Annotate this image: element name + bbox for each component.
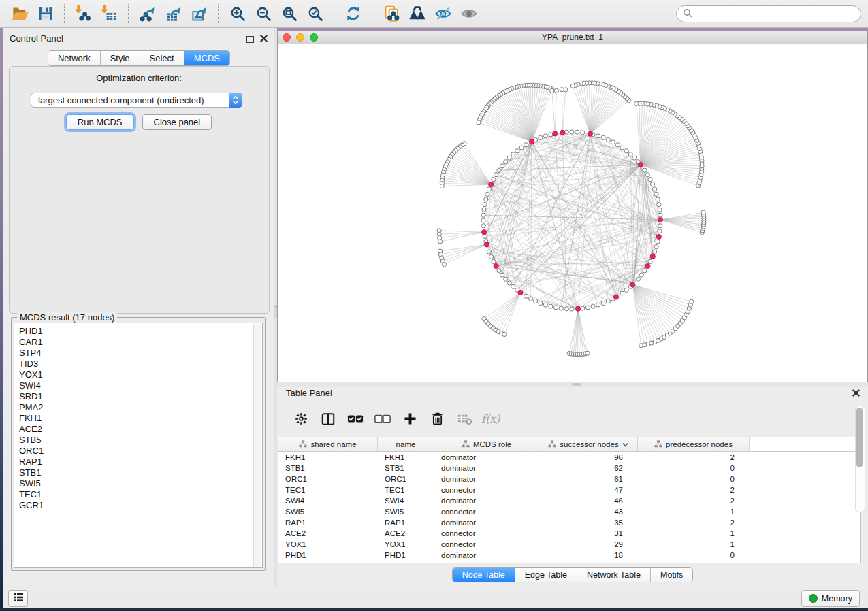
cell-shared-name: SWI5 (278, 508, 378, 516)
zoom-in-button[interactable] (225, 3, 251, 24)
export-image-button[interactable] (187, 3, 212, 24)
mcds-result-item[interactable]: CAR1 (19, 337, 262, 348)
criterion-select[interactable]: largest connected component (undirected) (31, 93, 242, 108)
mcds-result-item[interactable]: SRD1 (19, 391, 262, 402)
float-panel-icon[interactable] (246, 36, 254, 43)
tab-node-table[interactable]: Node Table (453, 568, 515, 582)
mcds-result-item[interactable]: STB5 (19, 435, 262, 446)
table-row[interactable]: TEC1TEC1connector472 (278, 484, 860, 495)
open-file-button[interactable] (7, 3, 33, 24)
table-panel-title: Table Panel (286, 388, 332, 398)
cell-predecessor-nodes: 2 (638, 486, 750, 494)
hide-selected-button[interactable] (430, 3, 456, 24)
table-scrollbar-thumb[interactable] (856, 408, 863, 467)
close-table-panel-icon[interactable] (852, 389, 860, 399)
tab-network-table[interactable]: Network Table (577, 568, 651, 582)
network-window-titlebar[interactable]: YPA_prune.txt_1 (278, 31, 867, 44)
table-row[interactable]: RAP1RAP1dominator352 (278, 517, 860, 528)
delete-column-button[interactable] (425, 408, 449, 431)
refresh-view-button[interactable] (340, 3, 366, 24)
clone-network-button[interactable] (379, 3, 404, 24)
zoom-fit-button[interactable] (276, 3, 302, 24)
import-table-button[interactable] (97, 3, 123, 24)
tab-edge-table[interactable]: Edge Table (515, 568, 577, 582)
save-session-button[interactable] (33, 3, 59, 24)
column-settings-button[interactable] (289, 408, 312, 431)
mcds-result-item[interactable]: TID3 (19, 359, 262, 369)
search-objects-button[interactable] (404, 3, 430, 24)
task-history-button[interactable] (8, 590, 28, 607)
search-icon (683, 8, 692, 20)
column-header-successor-nodes[interactable]: successor nodes (539, 437, 638, 451)
import-network-button[interactable] (71, 3, 97, 24)
tab-motifs[interactable]: Motifs (651, 568, 692, 582)
horizontal-splitter-handle[interactable] (572, 383, 581, 386)
toolbar-separator (128, 4, 129, 23)
select-all-rows-button[interactable] (344, 408, 367, 431)
tab-style[interactable]: Style (101, 51, 140, 65)
mcds-result-item[interactable]: RAP1 (19, 457, 262, 467)
tab-mcds[interactable]: MCDS (184, 51, 229, 65)
network-graph (278, 44, 867, 382)
cell-predecessor-nodes: 2 (638, 518, 750, 527)
export-table-button[interactable] (161, 3, 187, 24)
mcds-result-item[interactable]: PMA2 (19, 402, 262, 413)
table-scrollbar[interactable] (855, 406, 865, 512)
cell-predecessor-nodes: 1 (638, 508, 750, 516)
cell-successor-nodes: 47 (539, 486, 638, 494)
run-mcds-button[interactable]: Run MCDS (66, 114, 134, 130)
table-row[interactable]: FKH1FKH1dominator962 (278, 452, 860, 463)
column-header-shared-name[interactable]: shared name (278, 437, 378, 451)
table-row[interactable]: YOX1YOX1connector291 (278, 539, 860, 550)
add-column-button[interactable] (398, 408, 421, 431)
memory-button-label: Memory (822, 594, 852, 604)
tab-select[interactable]: Select (140, 51, 184, 65)
table-row[interactable]: SWI5SWI5connector431 (278, 506, 860, 517)
zoom-out-button[interactable] (251, 3, 276, 24)
mcds-result-item[interactable]: FKH1 (19, 413, 262, 424)
table-panel: Table Panel f(x) shared namenameMCDS rol… (277, 387, 868, 587)
export-network-button[interactable] (135, 3, 161, 24)
table-toolbar: f(x) (283, 404, 863, 433)
memory-button[interactable]: Memory (801, 590, 860, 607)
column-header-MCDS-role[interactable]: MCDS role (434, 437, 539, 451)
float-table-panel-icon[interactable] (839, 391, 846, 397)
close-panel-icon[interactable] (260, 34, 268, 44)
cell-name: SWI4 (378, 497, 434, 505)
split-view-button[interactable] (317, 408, 340, 431)
mcds-result-item[interactable]: ORC1 (19, 446, 262, 457)
show-all-button[interactable] (456, 3, 482, 24)
mcds-result-item[interactable]: PHD1 (19, 326, 262, 337)
cell-MCDS-role: dominator (434, 518, 539, 527)
cell-predecessor-nodes: 1 (638, 540, 750, 548)
optimization-criterion-label: Optimization criterion: (3, 73, 274, 83)
table-row[interactable]: SWI4SWI4dominator462 (278, 495, 860, 506)
mcds-result-item[interactable]: STB1 (19, 467, 262, 478)
close-panel-button[interactable]: Close panel (142, 114, 212, 130)
mcds-result-item[interactable]: GCR1 (19, 500, 262, 511)
mcds-result-item[interactable]: YOX1 (19, 369, 262, 380)
mcds-result-item[interactable]: ACE2 (19, 424, 262, 435)
mcds-result-item[interactable]: STP4 (19, 348, 262, 359)
network-canvas[interactable] (278, 44, 867, 382)
search-input[interactable] (676, 5, 861, 22)
zoom-selected-button[interactable] (302, 3, 328, 24)
mcds-result-list[interactable]: PHD1CAR1STP4TID3YOX1SWI4SRD1PMA2FKH1ACE2… (14, 323, 263, 568)
column-header-label: shared name (310, 440, 356, 448)
table-row[interactable]: PHD1PHD1dominator180 (278, 550, 860, 561)
criterion-selected-value: largest connected component (undirected) (31, 95, 229, 105)
table-row[interactable]: STB1STB1dominator620 (278, 463, 860, 474)
desktop-wallpaper-bottom (0, 608, 868, 611)
column-header-name[interactable]: name (378, 437, 434, 451)
column-header-predecessor-nodes[interactable]: predecessor nodes (638, 437, 750, 451)
mcds-list-scrollbar[interactable] (253, 324, 261, 567)
mcds-result-item[interactable]: SWI4 (19, 380, 262, 391)
deselect-all-rows-button[interactable] (371, 408, 394, 431)
table-row[interactable]: ACE2ACE2connector311 (278, 528, 860, 539)
cell-successor-nodes: 43 (539, 508, 638, 516)
mcds-result-item[interactable]: TEC1 (19, 489, 262, 500)
control-panel-title: Control Panel (10, 33, 63, 44)
tab-network[interactable]: Network (48, 51, 101, 65)
mcds-result-item[interactable]: SWI5 (19, 478, 262, 489)
table-row[interactable]: ORC1ORC1dominator610 (278, 474, 860, 484)
